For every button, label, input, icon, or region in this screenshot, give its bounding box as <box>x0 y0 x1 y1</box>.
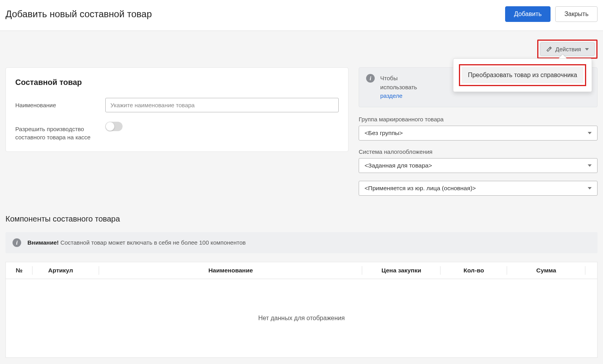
chevron-down-icon <box>588 164 592 167</box>
highlight-actions: Действия <box>537 40 598 59</box>
info-icon: i <box>13 238 21 247</box>
toggle-knob <box>106 122 114 131</box>
highlight-dropdown-item: Преобразовать товар из справочника <box>459 64 586 86</box>
header-buttons: Добавить Закрыть <box>505 6 598 22</box>
col-num[interactable]: № <box>6 262 32 279</box>
group-field: Группа маркированного товара <Без группы… <box>359 116 598 141</box>
group-value: <Без группы> <box>365 130 403 137</box>
table-empty: Нет данных для отображения <box>6 279 597 357</box>
group-select[interactable]: <Без группы> <box>359 126 598 141</box>
components-banner: i Внимание! Составной товар может включа… <box>5 232 598 253</box>
name-input[interactable] <box>105 98 339 112</box>
info-link[interactable]: разделе <box>380 92 403 99</box>
applied-value: <Применяется из юр. лица (основная)> <box>365 185 476 192</box>
page-header: Добавить новый составной товар Добавить … <box>0 0 603 31</box>
tax-value: <Заданная для товара> <box>365 162 432 169</box>
actions-dropdown: Преобразовать товар из справочника <box>453 58 592 92</box>
tax-label: Система налогообложения <box>359 148 598 155</box>
col-name[interactable]: Наименование <box>99 262 362 279</box>
allow-control <box>105 122 339 131</box>
col-sum[interactable]: Сумма <box>507 262 585 279</box>
close-button[interactable]: Закрыть <box>555 6 598 22</box>
convert-from-catalog-item[interactable]: Преобразовать товар из справочника <box>462 67 583 83</box>
allow-row: Разрешить производство составного товара… <box>15 122 339 141</box>
banner-rest: Составной товар может включать в себя не… <box>59 239 246 246</box>
actions-row: Действия Преобразовать товар из справочн… <box>5 40 598 59</box>
chevron-down-icon <box>588 132 592 134</box>
name-row: Наименование <box>15 98 339 112</box>
info-mid: использовать <box>380 84 417 90</box>
col-article[interactable]: Артикул <box>32 262 99 279</box>
applied-select[interactable]: <Применяется из юр. лица (основная)> <box>359 181 598 196</box>
content-area: Действия Преобразовать товар из справочн… <box>0 31 603 364</box>
allow-label: Разрешить производство составного товара… <box>15 122 105 141</box>
actions-button[interactable]: Действия <box>540 42 595 56</box>
popover-arrow <box>559 54 567 58</box>
banner-bold: Внимание! <box>27 239 59 246</box>
panel-title: Составной товар <box>15 78 339 87</box>
chevron-down-icon <box>588 187 592 189</box>
info-text: Чтобы использовать разделе <box>380 74 417 101</box>
allow-production-toggle[interactable] <box>105 122 123 131</box>
info-prefix: Чтобы <box>380 75 397 81</box>
table-header: № Артикул Наименование Цена закупки Кол-… <box>6 262 597 279</box>
add-button[interactable]: Добавить <box>505 6 551 22</box>
page-title: Добавить новый составной товар <box>5 9 152 20</box>
actions-label: Действия <box>555 46 581 52</box>
popover-body: Преобразовать товар из справочника <box>453 58 592 92</box>
col-qty[interactable]: Кол-во <box>441 262 507 279</box>
name-label: Наименование <box>15 98 105 109</box>
tax-field: Система налогообложения <Заданная для то… <box>359 148 598 173</box>
components-table: № Артикул Наименование Цена закупки Кол-… <box>5 262 598 358</box>
compound-product-panel: Составной товар Наименование Разрешить п… <box>5 67 348 152</box>
applied-field: <Применяется из юр. лица (основная)> <box>359 181 598 196</box>
info-icon: i <box>366 74 375 83</box>
name-control <box>105 98 339 112</box>
left-column: Составной товар Наименование Разрешить п… <box>5 67 348 152</box>
tax-select[interactable]: <Заданная для товара> <box>359 158 598 173</box>
group-label: Группа маркированного товара <box>359 116 598 123</box>
hammer-icon <box>546 46 552 52</box>
col-price[interactable]: Цена закупки <box>362 262 441 279</box>
banner-text: Внимание! Составной товар может включать… <box>27 239 246 246</box>
components-section-title: Компоненты составного товара <box>5 214 598 223</box>
col-tail <box>585 262 597 279</box>
chevron-down-icon <box>585 48 589 50</box>
